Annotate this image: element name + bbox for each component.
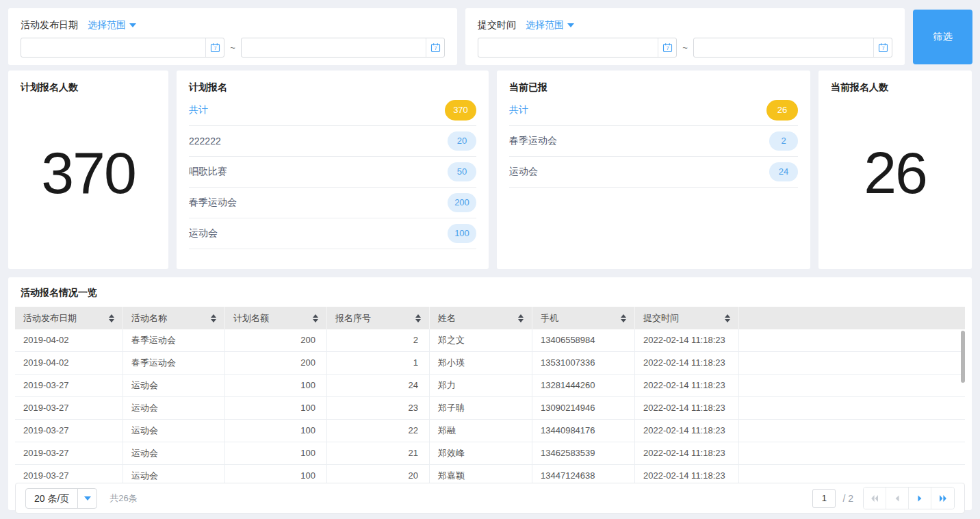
- planned-total-title: 计划报名人数: [21, 81, 156, 94]
- list-item: 共计 370: [189, 95, 476, 126]
- table-header-row: 活动发布日期 活动名称 计划名额 报名序号 姓名 手机: [15, 307, 965, 329]
- column-header-empty: [739, 307, 965, 329]
- planned-breakdown-title: 计划报名: [189, 81, 476, 94]
- sort-icon: [725, 314, 730, 322]
- total-pages-text: / 2: [842, 493, 853, 504]
- list-item: 共计 26: [509, 95, 798, 126]
- current-breakdown-title: 当前已报: [509, 81, 798, 94]
- range-link-label: 选择范围: [526, 19, 564, 31]
- svg-text:7: 7: [881, 45, 884, 51]
- submit-time-range-selector[interactable]: 选择范围: [526, 19, 574, 31]
- planned-breakdown-card: 计划报名 共计 370 222222 20 唱歌比赛 50 春季运动会 200 …: [177, 71, 489, 269]
- svg-text:7: 7: [666, 45, 669, 51]
- filter-button[interactable]: 筛选: [913, 10, 972, 64]
- sort-icon: [211, 314, 216, 322]
- publish-date-range-selector[interactable]: 选择范围: [88, 19, 136, 31]
- planned-total-card: 计划报名人数 370: [8, 71, 168, 269]
- list-item: 唱歌比赛 50: [189, 157, 476, 188]
- registration-table-card: 活动报名情况一览 活动发布日期 活动名称 计划名额 报名序号 姓名: [8, 277, 972, 510]
- column-header-activity-name[interactable]: 活动名称: [123, 307, 225, 329]
- sort-icon: [109, 314, 114, 322]
- submit-time-end-input[interactable]: [694, 38, 873, 57]
- chevron-down-icon: [129, 23, 136, 27]
- submit-time-filter-panel: 提交时间 选择范围 7 ~ 7: [465, 8, 905, 65]
- publish-date-end[interactable]: 7: [241, 38, 445, 58]
- table-body: 2019-04-02 春季运动会 200 2 郑之文 13406558984 2…: [15, 329, 965, 483]
- next-page-button[interactable]: [909, 488, 931, 509]
- submit-time-label: 提交时间: [478, 19, 516, 31]
- count-badge: 2: [769, 131, 798, 151]
- publish-date-label: 活动发布日期: [21, 19, 78, 31]
- range-link-label: 选择范围: [88, 19, 126, 31]
- chevron-down-icon: [77, 489, 96, 508]
- calendar-icon[interactable]: 7: [205, 38, 224, 57]
- range-separator: ~: [677, 42, 693, 53]
- column-header-phone[interactable]: 手机: [532, 307, 635, 329]
- sort-icon: [518, 314, 524, 322]
- count-badge: 50: [448, 162, 476, 181]
- page-size-select[interactable]: 20 条/页: [25, 488, 97, 509]
- submit-time-start-input[interactable]: [478, 38, 658, 57]
- table-row: 2019-04-02 春季运动会 200 1 郑小瑛 13531007336 2…: [15, 352, 965, 375]
- list-item: 春季运动会 200: [189, 188, 476, 218]
- pagination-bar: 20 条/页 共26条 / 2: [15, 483, 965, 514]
- current-total-title: 当前报名人数: [831, 81, 959, 94]
- column-header-publish-date[interactable]: 活动发布日期: [15, 307, 123, 329]
- sort-icon: [313, 314, 318, 322]
- count-badge: 100: [448, 224, 476, 243]
- count-badge: 26: [766, 100, 798, 121]
- list-item: 运动会 24: [509, 157, 798, 188]
- current-page-input[interactable]: [812, 489, 836, 508]
- count-badge: 370: [445, 100, 476, 121]
- table-row: 2019-03-27 运动会 100 23 郑子聃 13090214946 20…: [15, 397, 965, 420]
- vertical-scrollbar[interactable]: [961, 331, 965, 383]
- publish-date-start-input[interactable]: [21, 38, 205, 57]
- current-breakdown-card: 当前已报 共计 26 春季运动会 2 运动会 24: [497, 71, 810, 269]
- planned-total-value: 370: [21, 94, 156, 258]
- current-total-card: 当前报名人数 26: [818, 71, 972, 269]
- calendar-icon[interactable]: 7: [873, 38, 892, 57]
- count-badge: 20: [448, 131, 476, 151]
- table-row: 2019-03-27 运动会 100 22 郑融 13440984176 202…: [15, 420, 965, 442]
- publish-date-end-input[interactable]: [242, 38, 426, 57]
- table-title: 活动报名情况一览: [8, 277, 972, 307]
- chevron-down-icon: [567, 23, 574, 27]
- sort-icon: [621, 314, 626, 322]
- range-separator: ~: [224, 42, 241, 53]
- submit-time-start[interactable]: 7: [478, 38, 677, 58]
- last-page-button[interactable]: [931, 488, 954, 509]
- column-header-serial-number[interactable]: 报名序号: [327, 307, 430, 329]
- publish-date-filter-panel: 活动发布日期 选择范围 7 ~ 7: [8, 8, 457, 65]
- list-item: 运动会 100: [189, 218, 476, 249]
- column-header-name[interactable]: 姓名: [430, 307, 532, 329]
- list-item: 春季运动会 2: [509, 126, 798, 157]
- svg-text:7: 7: [434, 45, 437, 51]
- table-row: 2019-04-02 春季运动会 200 2 郑之文 13406558984 2…: [15, 329, 965, 352]
- calendar-icon[interactable]: 7: [426, 38, 444, 57]
- sort-icon: [415, 314, 421, 322]
- current-total-value: 26: [831, 94, 959, 258]
- list-item: 222222 20: [189, 126, 476, 157]
- svg-text:7: 7: [214, 45, 216, 51]
- first-page-button[interactable]: [864, 488, 886, 509]
- column-header-planned-quota[interactable]: 计划名额: [225, 307, 327, 329]
- calendar-icon[interactable]: 7: [658, 38, 676, 57]
- column-header-submit-time[interactable]: 提交时间: [635, 307, 739, 329]
- table-row: 2019-03-27 运动会 100 24 郑力 13281444260 202…: [15, 375, 965, 397]
- publish-date-start[interactable]: 7: [21, 38, 224, 58]
- table-row: 2019-03-27 运动会 100 20 郑嘉颖 13447124638 20…: [15, 465, 965, 483]
- total-count-text: 共26条: [109, 492, 137, 505]
- count-badge: 24: [769, 162, 798, 181]
- table-row: 2019-03-27 运动会 100 21 郑效峰 13462583539 20…: [15, 442, 965, 465]
- previous-page-button[interactable]: [886, 488, 909, 509]
- submit-time-end[interactable]: 7: [693, 38, 892, 58]
- page-size-label: 20 条/页: [26, 489, 77, 508]
- count-badge: 200: [448, 193, 476, 212]
